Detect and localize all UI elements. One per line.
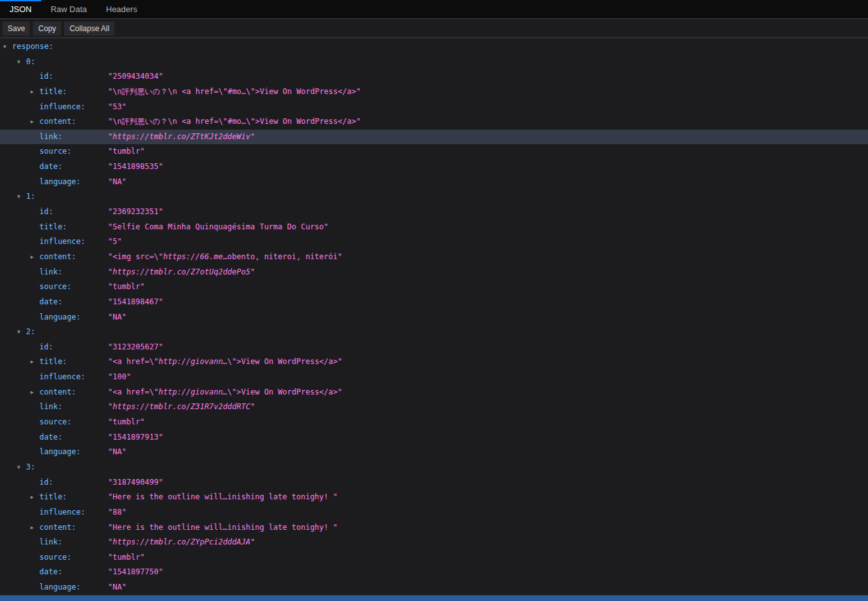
collapsed-arrow-icon[interactable]: ▶	[31, 520, 39, 536]
tree-row[interactable]: source:"tumblr"	[0, 144, 868, 159]
tree-row[interactable]: date:"1541898467"	[0, 295, 868, 310]
tree-row[interactable]: language:"NA"	[0, 580, 868, 595]
json-value: "tumblr"	[108, 280, 145, 295]
json-key: date:	[39, 567, 62, 576]
copy-button[interactable]: Copy	[33, 22, 61, 36]
tree-row[interactable]: ▼response:	[0, 39, 868, 55]
expanded-arrow-icon[interactable]: ▼	[17, 55, 26, 70]
tab-json[interactable]: JSON	[0, 0, 41, 18]
tab-json-label: JSON	[10, 4, 32, 14]
collapsed-arrow-icon[interactable]: ▶	[31, 114, 39, 130]
expanded-arrow-icon[interactable]: ▼	[3, 39, 12, 55]
json-value-text: "NA"	[108, 583, 126, 591]
json-value: "53"	[108, 100, 126, 115]
json-value: "\n評判悪いの？\n <a href=\"#mo…\">View On Wor…	[108, 84, 361, 100]
tree-row[interactable]: link:"https://tmblr.co/Z7otUq2ddePo5"	[0, 265, 868, 280]
json-key: link:	[39, 402, 62, 411]
tree-row[interactable]: source:"tumblr"	[0, 280, 868, 295]
json-key: date:	[39, 162, 62, 171]
tree-row[interactable]: influence:"53"	[0, 100, 868, 115]
collapsed-arrow-icon[interactable]: ▶	[31, 84, 39, 100]
tree-row[interactable]: date:"1541898535"	[0, 159, 868, 175]
json-key: id:	[39, 207, 53, 216]
json-key: id:	[39, 72, 53, 81]
json-value-text: "1541897913"	[108, 433, 163, 442]
collapse-all-button[interactable]: Collapse All	[64, 22, 114, 36]
tree-row[interactable]: id:"3123205627"	[0, 340, 868, 355]
json-key: content:	[39, 523, 76, 532]
tree-row[interactable]: link:"https://tmblr.co/ZTtKJt2ddeWiv"	[0, 130, 868, 145]
collapsed-arrow-icon[interactable]: ▶	[31, 490, 39, 505]
tab-raw-data-label: Raw Data	[51, 4, 87, 14]
expanded-arrow-icon[interactable]: ▼	[17, 460, 26, 475]
json-value: "<img src=\"https://66.me…obento, nitero…	[108, 250, 342, 265]
tab-headers[interactable]: Headers	[97, 0, 147, 18]
json-value: "https://tmblr.co/Z7otUq2ddePo5"	[108, 265, 255, 280]
tree-row[interactable]: ▼2:	[0, 325, 868, 340]
json-value-text: "\n評判悪いの？\n <a href=\"#mo…\">View On Wor…	[108, 87, 361, 96]
tree-row[interactable]: ▶content:"<a href=\"http://giovann…\">Vi…	[0, 385, 868, 400]
tree-row[interactable]: link:"https://tmblr.co/ZYpPci2dddAJA"	[0, 535, 868, 550]
json-value: "Here is the outline will…inishing late …	[108, 520, 337, 536]
json-key: source:	[39, 147, 72, 156]
json-value-text: \">View On WordPress</a>"	[227, 388, 342, 396]
tree-row[interactable]: ▼0:	[0, 55, 868, 70]
json-value-text: "tumblr"	[108, 417, 145, 426]
tree-row[interactable]: ▶title:"\n評判悪いの？\n <a href=\"#mo…\">View…	[0, 84, 868, 100]
tree-row[interactable]: id:"2369232351"	[0, 205, 868, 220]
json-value-text: "	[250, 267, 255, 276]
bottom-accent-bar	[0, 595, 868, 601]
tree-row[interactable]: date:"1541897750"	[0, 565, 868, 580]
json-value: "2509434034"	[108, 69, 163, 84]
expanded-arrow-icon[interactable]: ▼	[17, 189, 26, 205]
tree-row[interactable]: language:"NA"	[0, 310, 868, 325]
tree-row[interactable]: source:"tumblr"	[0, 550, 868, 565]
json-key: source:	[39, 282, 72, 291]
tree-row[interactable]: ▼1:	[0, 189, 868, 205]
tree-row[interactable]: ▶content:"\n評判悪いの？\n <a href=\"#mo…\">Vi…	[0, 114, 868, 130]
json-key: id:	[39, 342, 53, 351]
tree-row[interactable]: date:"1541897913"	[0, 430, 868, 445]
json-key: 3:	[26, 463, 35, 471]
json-value-text: "100"	[108, 372, 131, 381]
json-value-text: "<a href=\"	[108, 388, 158, 396]
tree-row[interactable]: ▶content:"Here is the outline will…inish…	[0, 520, 868, 536]
tree-row[interactable]: influence:"100"	[0, 370, 868, 385]
json-tree: ▼response:▼0:id:"2509434034"▶title:"\n評判…	[0, 38, 868, 595]
json-value-text: "3187490499"	[108, 478, 163, 487]
json-key: influence:	[39, 508, 85, 517]
tree-row[interactable]: ▼3:	[0, 460, 868, 475]
json-value: "https://tmblr.co/ZYpPci2dddAJA"	[108, 535, 255, 550]
json-key: source:	[39, 417, 72, 426]
json-key: 2:	[26, 328, 35, 337]
save-button[interactable]: Save	[3, 22, 30, 36]
tree-row[interactable]: ▶title:"Here is the outline will…inishin…	[0, 490, 868, 505]
json-value-text: "1541898467"	[108, 297, 163, 306]
expanded-arrow-icon[interactable]: ▼	[17, 325, 26, 340]
json-value-text: "Here is the outline will…inishing late …	[108, 523, 337, 532]
tree-row[interactable]: ▶title:"<a href=\"http://giovann…\">View…	[0, 355, 868, 370]
json-value-url: http://giovann…	[158, 388, 227, 396]
tree-row[interactable]: influence:"88"	[0, 505, 868, 520]
tree-row[interactable]: title:"Selfie Coma Minha Quinquagésima T…	[0, 220, 868, 235]
tree-row[interactable]: link:"https://tmblr.co/Z31R7v2dddRTC"	[0, 400, 868, 415]
json-value-text: "2369232351"	[108, 207, 163, 216]
tree-row[interactable]: id:"3187490499"	[0, 475, 868, 490]
tab-raw-data[interactable]: Raw Data	[41, 0, 97, 18]
tree-row[interactable]: id:"2509434034"	[0, 69, 868, 84]
collapsed-arrow-icon[interactable]: ▶	[31, 355, 39, 370]
tree-row[interactable]: ▶content:"<img src=\"https://66.me…obent…	[0, 250, 868, 265]
json-value: "1541897913"	[108, 430, 163, 445]
json-key: link:	[39, 267, 62, 276]
json-value-text: \">View On WordPress</a>"	[227, 357, 342, 366]
json-value-text: "53"	[108, 102, 126, 111]
collapsed-arrow-icon[interactable]: ▶	[31, 385, 39, 400]
tree-row[interactable]: language:"NA"	[0, 175, 868, 190]
json-key: title:	[39, 222, 67, 231]
json-value-text: "tumblr"	[108, 553, 145, 562]
tree-row[interactable]: source:"tumblr"	[0, 415, 868, 430]
collapsed-arrow-icon[interactable]: ▶	[31, 250, 39, 265]
json-key: link:	[39, 132, 62, 141]
tree-row[interactable]: influence:"5"	[0, 234, 868, 250]
tree-row[interactable]: language:"NA"	[0, 445, 868, 460]
